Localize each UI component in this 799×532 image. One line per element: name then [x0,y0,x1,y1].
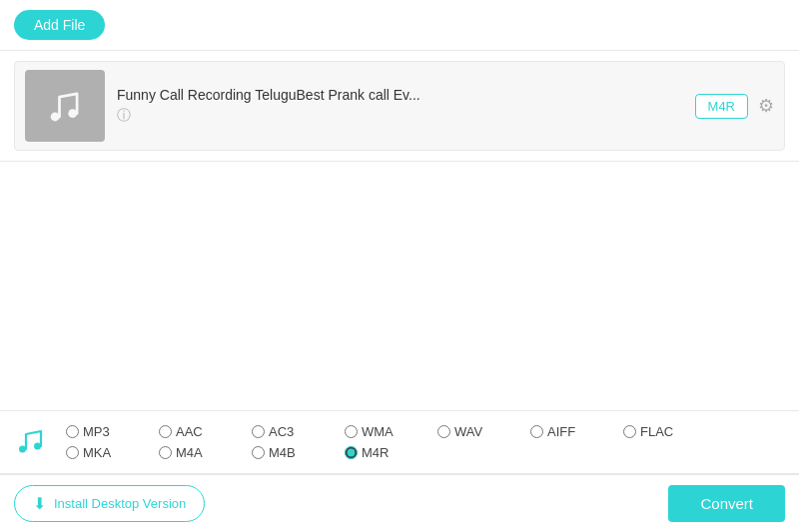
format-bar: MP3 AAC AC3 WMA WAV AIFF FLAC [0,410,799,474]
info-icon[interactable]: ⓘ [117,107,683,125]
format-option-aac[interactable]: AAC [159,424,234,439]
format-row-1: MP3 AAC AC3 WMA WAV AIFF FLAC [66,424,785,439]
file-actions: M4R ⚙ [695,94,774,119]
file-list: Funny Call Recording TeluguBest Prank ca… [0,51,799,162]
download-icon: ⬇ [33,494,46,513]
install-desktop-button[interactable]: ⬇ Install Desktop Version [14,485,205,522]
format-row-2: MKA M4A M4B M4R [66,445,785,460]
file-name: Funny Call Recording TeluguBest Prank ca… [117,87,683,103]
format-option-mka[interactable]: MKA [66,445,141,460]
convert-button[interactable]: Convert [668,485,785,522]
svg-point-1 [68,109,77,118]
music-note-icon [43,84,87,128]
file-info: Funny Call Recording TeluguBest Prank ca… [117,87,683,125]
install-label: Install Desktop Version [54,496,186,511]
format-option-m4r[interactable]: M4R [345,445,419,460]
format-option-wav[interactable]: WAV [437,424,512,439]
main-content [0,162,799,410]
format-music-icon [14,421,50,463]
format-option-m4a[interactable]: M4A [159,445,234,460]
svg-point-2 [19,446,26,453]
file-item: Funny Call Recording TeluguBest Prank ca… [14,61,785,151]
format-option-mp3[interactable]: MP3 [66,424,141,439]
toolbar: Add File [0,0,799,51]
format-option-flac[interactable]: FLAC [623,424,698,439]
format-option-ac3[interactable]: AC3 [252,424,327,439]
bottom-bar: ⬇ Install Desktop Version Convert [0,474,799,532]
settings-icon[interactable]: ⚙ [758,95,774,117]
format-option-wma[interactable]: WMA [345,424,419,439]
format-option-m4b[interactable]: M4B [252,445,327,460]
add-file-button[interactable]: Add File [14,10,105,40]
file-thumbnail [25,70,105,142]
format-badge[interactable]: M4R [695,94,748,119]
format-option-aiff[interactable]: AIFF [530,424,605,439]
svg-point-3 [34,443,41,450]
svg-point-0 [51,113,60,122]
format-options: MP3 AAC AC3 WMA WAV AIFF FLAC [66,424,785,460]
